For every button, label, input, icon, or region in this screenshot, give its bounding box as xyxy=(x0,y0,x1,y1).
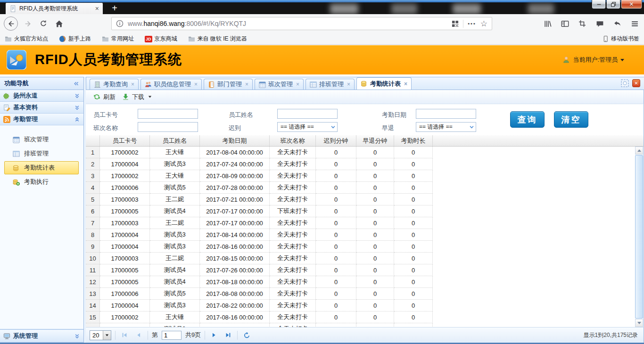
table-row[interactable]: 817000004测试员32017-08-14 00:00:00全天未打卡000 xyxy=(86,229,644,241)
chevron-down-icon[interactable] xyxy=(329,124,337,130)
table-row[interactable]: 617000005测试员42017-07-17 00:00:00下班未打卡000 xyxy=(86,205,644,217)
tab-close-icon[interactable]: × xyxy=(296,81,299,88)
url-text[interactable]: www.hanqi86.wang:8006/#!/Kq/RYKQTJ xyxy=(128,20,447,27)
sidebar-group-system[interactable]: 系统管理 xyxy=(0,329,83,342)
table-row[interactable]: 117000002王大锤2017-08-04 00:00:00全天未打卡000 xyxy=(86,147,644,158)
scroll-up-button[interactable] xyxy=(635,147,643,155)
content-tab[interactable]: 排班管理× xyxy=(305,79,355,90)
table-row[interactable]: 1317000006测试员52017-08-08 00:00:00全天未打卡00… xyxy=(86,288,644,300)
sidebar-group[interactable]: 基本资料 xyxy=(0,102,83,114)
next-page-button[interactable] xyxy=(209,330,219,340)
grid-column-header[interactable]: 员工卡号 xyxy=(100,135,150,146)
tab-close-icon[interactable]: × xyxy=(194,81,198,88)
reload-grid-button[interactable] xyxy=(241,330,252,340)
table-cell: 0 xyxy=(356,194,394,205)
form-select[interactable]: == 请选择 == xyxy=(416,122,476,132)
grid-column-header[interactable]: 迟到分钟 xyxy=(316,135,356,146)
form-input[interactable] xyxy=(416,109,476,119)
table-row[interactable]: 417000006测试员52017-07-28 00:00:00全天未打卡000 xyxy=(86,182,644,194)
sidebar-menu-item[interactable]: 排班管理 xyxy=(0,147,83,161)
query-button[interactable]: 查询 xyxy=(510,111,545,128)
grid-column-header[interactable]: 考勤日期 xyxy=(200,135,270,146)
content-tab[interactable]: 职员信息管理× xyxy=(140,79,202,90)
browser-tab-close-icon[interactable]: × xyxy=(95,5,99,12)
last-page-button[interactable] xyxy=(223,330,233,340)
sidebar-group[interactable]: 考勤管理 xyxy=(0,114,83,125)
toolbar-button[interactable]: 刷新 xyxy=(90,91,119,103)
table-row[interactable]: 917000004测试员32017-08-16 00:00:00全天未打卡000 xyxy=(86,241,644,253)
tab-close-icon[interactable]: × xyxy=(131,81,134,88)
back-button[interactable] xyxy=(4,16,18,31)
site-info-icon[interactable] xyxy=(116,20,124,27)
form-select[interactable]: == 请选择 == xyxy=(277,122,338,132)
table-row[interactable]: 1117000005测试员42017-07-26 00:00:00全天未打卡00… xyxy=(86,264,644,276)
bookmark-item[interactable]: JD京东商城 xyxy=(145,35,177,43)
table-row[interactable]: 1417000004测试员32017-08-22 00:00:00全天未打卡00… xyxy=(86,300,644,311)
table-row[interactable]: 1617000004测试员32017-08-15 00:00:00全天未打卡00… xyxy=(86,323,644,327)
window-minimize-button[interactable] xyxy=(592,0,606,9)
content-tab[interactable]: 考勤统计表× xyxy=(356,77,412,90)
tab-close-icon[interactable]: × xyxy=(245,81,248,88)
table-row[interactable]: 217000004测试员32017-07-24 00:00:00全天未打卡000 xyxy=(86,158,644,170)
library-button[interactable] xyxy=(542,18,553,29)
sidebar-menu-item[interactable]: 考勤统计表 xyxy=(4,161,79,174)
form-input[interactable] xyxy=(138,122,198,132)
qr-icon[interactable] xyxy=(452,20,459,27)
table-row[interactable]: 517000003王二妮2017-07-21 00:00:00全天未打卡000 xyxy=(86,194,644,205)
bookmark-item[interactable]: 常用网址 xyxy=(102,35,134,43)
toolbar-button[interactable]: 下载 xyxy=(119,91,155,103)
vertical-scrollbar[interactable] xyxy=(635,147,643,327)
content-tab[interactable]: 部门管理× xyxy=(204,79,253,90)
tab-close-icon[interactable]: × xyxy=(404,81,407,87)
clear-button[interactable]: 清空 xyxy=(554,111,588,128)
current-user-menu[interactable]: 当前用户:管理员 xyxy=(562,56,624,64)
mobile-bookmarks-item[interactable]: 移动版书签 xyxy=(603,35,639,43)
bookmark-item[interactable]: 火狐官方站点 xyxy=(5,35,48,43)
form-input[interactable] xyxy=(277,109,338,119)
sidebar-menu-item[interactable]: 班次管理 xyxy=(0,132,83,147)
first-page-button[interactable] xyxy=(119,330,130,340)
table-row[interactable]: 1217000005测试员42017-08-18 00:00:00全天未打卡00… xyxy=(86,276,644,288)
undo-button[interactable] xyxy=(611,18,623,29)
more-icon[interactable]: ••• xyxy=(468,21,476,26)
menu-button[interactable] xyxy=(629,18,640,29)
table-row[interactable]: 1517000002王大锤2017-08-16 00:00:00全天未打卡000 xyxy=(86,311,644,323)
fullscreen-icon[interactable] xyxy=(621,79,629,87)
star-icon[interactable]: ☆ xyxy=(480,19,487,29)
content-tab[interactable]: 班次管理× xyxy=(255,79,304,90)
bookmark-item[interactable]: 新手上路 xyxy=(59,35,91,43)
grid-column-header[interactable]: 早退分钟 xyxy=(356,135,394,146)
bookmark-item[interactable]: 来自 微软 IE 浏览器 xyxy=(188,35,247,43)
window-close-button[interactable]: ✕ xyxy=(621,0,642,9)
new-tab-button[interactable]: + xyxy=(108,2,121,14)
table-row[interactable]: 317000002王大锤2017-08-09 00:00:00全天未打卡000 xyxy=(86,170,644,182)
home-button[interactable] xyxy=(53,18,65,29)
page-number-input[interactable] xyxy=(162,331,182,340)
chat-button[interactable] xyxy=(594,18,605,29)
reload-button[interactable] xyxy=(38,18,49,29)
sidebar-collapse-icon[interactable] xyxy=(73,81,79,87)
grid-column-header[interactable]: 班次名称 xyxy=(270,135,316,146)
table-row[interactable]: 717000003王二妮2017-07-17 00:00:00全天未打卡000 xyxy=(86,217,644,229)
page-size-select[interactable]: 20 xyxy=(90,330,111,340)
scrollbar-thumb[interactable] xyxy=(635,155,643,319)
tab-close-icon[interactable]: × xyxy=(347,81,350,88)
form-input[interactable] xyxy=(138,109,198,119)
url-bar[interactable]: www.hanqi86.wang:8006/#!/Kq/RYKQTJ •••☆ xyxy=(111,17,492,30)
sidebar-menu-item[interactable]: 考勤执行 xyxy=(0,175,83,189)
prev-page-button[interactable] xyxy=(133,330,144,340)
screenshot-button[interactable] xyxy=(577,18,588,29)
grid-column-header[interactable]: 员工姓名 xyxy=(150,135,200,146)
content-tab[interactable]: 考勤查询× xyxy=(90,79,139,90)
grid-column-header[interactable]: 考勤时长 xyxy=(394,135,433,146)
scroll-down-button[interactable] xyxy=(635,319,643,327)
chevron-down-icon[interactable] xyxy=(467,124,476,130)
close-panel-icon[interactable]: ✕ xyxy=(632,79,640,87)
sidebar-group[interactable]: 扬州永道 xyxy=(0,90,83,102)
forward-button[interactable] xyxy=(22,18,33,29)
page-size-dropdown-icon[interactable] xyxy=(103,331,111,340)
browser-tab[interactable]: RFID人员考勤管理系统 × xyxy=(6,3,103,14)
window-restore-button[interactable] xyxy=(606,0,620,9)
sidebar-toggle-button[interactable] xyxy=(559,18,570,29)
table-row[interactable]: 1017000003王二妮2017-08-15 00:00:00全天未打卡000 xyxy=(86,253,644,264)
